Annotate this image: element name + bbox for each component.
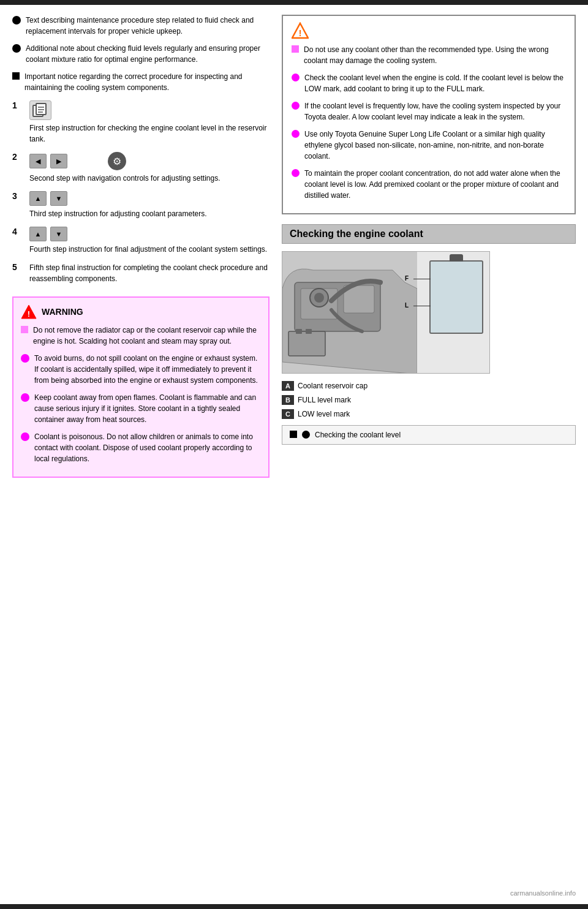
caution-section-3: If the coolant level is frequently low, … [292, 100, 566, 123]
engine-drawing-svg [282, 252, 417, 374]
warning-section-1: Do not remove the radiator cap or the co… [21, 325, 261, 347]
warning-text-1: Do not remove the radiator cap or the co… [33, 325, 261, 347]
f-level-line [413, 279, 431, 279]
up-arrow-btn-4[interactable]: ▲ [29, 227, 47, 241]
svg-rect-1 [36, 104, 46, 115]
coolant-diagram-box: F L A B C [282, 251, 490, 374]
num-label-2: 2 [12, 152, 24, 162]
bullet-circle-2 [12, 44, 21, 53]
left-arrow-btn[interactable]: ◀ [29, 154, 47, 168]
top-bar [0, 0, 588, 5]
caution-header: ! [292, 22, 566, 39]
caution-text-1: Do not use any coolant other than the re… [304, 44, 566, 66]
warning-section-4: Coolant is poisonous. Do not allow child… [21, 431, 261, 464]
caution-section-5: To maintain the proper coolant concentra… [292, 168, 566, 201]
caution-box: ! Do not use any coolant other than the … [282, 15, 576, 214]
bottom-note-bar: Checking the coolant level [282, 425, 576, 445]
caution-pink-circle-5 [292, 169, 300, 177]
svg-text:!: ! [299, 28, 302, 38]
numbered-item-5: 5 Fifth step final instruction for compl… [12, 262, 270, 284]
diagram-key-b: B [282, 395, 294, 405]
numbered-text-4: Fourth step instruction for final adjust… [29, 245, 267, 254]
right-arrow-btn[interactable]: ▶ [50, 154, 67, 168]
bottom-note-square [290, 431, 297, 438]
caution-triangle-icon: ! [292, 22, 309, 39]
warning-text-3: Keep coolant away from open flames. Cool… [34, 392, 261, 425]
caution-section-2: Check the coolant level when the engine … [292, 72, 566, 94]
svg-rect-12 [288, 331, 325, 356]
caution-text-5: To maintain the proper coolant concentra… [304, 168, 566, 201]
num-label-4: 4 [12, 227, 24, 236]
caution-pink-circle-3 [292, 102, 300, 110]
warning-pink-circle-2 [21, 354, 29, 363]
numbered-text-1: First step instruction for checking the … [29, 124, 267, 143]
svg-point-11 [314, 293, 324, 303]
down-arrow-btn-3[interactable]: ▼ [50, 191, 67, 206]
numbered-text-3: Third step instruction for adjusting coo… [29, 209, 206, 218]
bullet-circle-1 [12, 16, 21, 25]
bullet-text-3: Important notice regarding the correct p… [24, 71, 270, 93]
num-label-5: 5 [12, 262, 24, 272]
right-column: ! Do not use any coolant other than the … [282, 15, 576, 478]
warning-triangle-icon: ! [21, 304, 37, 320]
caution-section-1: Do not use any coolant other than the re… [292, 44, 566, 66]
warning-pink-square-1 [21, 326, 28, 333]
reservoir-cap [450, 254, 463, 262]
warning-pink-circle-4 [21, 432, 29, 441]
down-arrow-icon-4: ▼ [56, 230, 62, 238]
left-arrow-icon: ◀ [36, 157, 40, 165]
up-arrow-icon-3: ▲ [35, 195, 42, 202]
num-label-1: 1 [12, 100, 24, 110]
down-arrow-btn-4[interactable]: ▼ [50, 227, 67, 241]
section-heading-text: Checking the engine coolant [290, 228, 423, 239]
bullet-text-2: Additional note about checking fluid lev… [26, 43, 270, 65]
bullet-square-3 [12, 72, 20, 80]
numbered-item-2: 2 ◀ ▶ ⚙ Second step with navigation cont… [12, 152, 270, 184]
diagram-key-a: A [282, 381, 294, 391]
caution-text-3: If the coolant level is frequently low, … [304, 100, 566, 123]
f-label: F [405, 275, 409, 282]
bullet-text-1: Text describing maintenance procedure st… [26, 15, 270, 37]
up-arrow-btn-3[interactable]: ▲ [29, 191, 47, 206]
warning-section-2: To avoid burns, do not spill coolant on … [21, 353, 261, 386]
up-arrow-icon-4: ▲ [35, 230, 42, 238]
diagram-label-b: B FULL level mark [282, 395, 576, 405]
caution-pink-circle-2 [292, 74, 300, 81]
watermark: carmanualsonline.info [510, 889, 576, 897]
caution-pink-square-1 [292, 45, 299, 53]
bottom-note-circle [302, 431, 310, 439]
warning-header: ! WARNING [21, 304, 261, 320]
numbered-item-3: 3 ▲ ▼ Third step instruction for adjusti… [12, 191, 270, 219]
svg-rect-14 [306, 329, 312, 334]
gear-btn[interactable]: ⚙ [108, 152, 126, 170]
svg-rect-13 [296, 329, 302, 334]
bullet-item-1: Text describing maintenance procedure st… [12, 15, 270, 37]
warning-text-2: To avoid burns, do not spill coolant on … [34, 353, 261, 386]
left-column: Text describing maintenance procedure st… [12, 15, 270, 478]
caution-text-4: Use only Toyota Genuine Super Long Life … [304, 129, 566, 162]
reservoir-diagram: F L A B C [429, 252, 483, 334]
warning-text-4: Coolant is poisonous. Do not allow child… [34, 431, 261, 464]
bottom-bar [0, 904, 588, 909]
numbered-text-5: Fifth step final instruction for complet… [29, 262, 270, 284]
section-heading-bar: Checking the engine coolant [282, 224, 576, 244]
right-arrow-icon: ▶ [56, 157, 61, 165]
warning-section-3: Keep coolant away from open flames. Cool… [21, 392, 261, 425]
caution-text-2: Check the coolant level when the engine … [304, 72, 566, 94]
warning-pink-circle-3 [21, 393, 29, 402]
bullet-item-3: Important notice regarding the correct p… [12, 71, 270, 93]
reservoir-tank: F L A B C [429, 260, 483, 334]
svg-text:!: ! [28, 309, 30, 319]
l-level-line [413, 306, 431, 306]
caution-section-4: Use only Toyota Genuine Super Long Life … [292, 129, 566, 162]
gear-icon: ⚙ [113, 156, 121, 167]
warning-title: WARNING [42, 307, 83, 317]
warning-box: ! WARNING Do not remove the radiator cap… [12, 296, 270, 478]
numbered-text-2: Second step with navigation controls for… [29, 174, 221, 183]
down-arrow-icon-3: ▼ [56, 195, 62, 202]
diagram-text-b: FULL level mark [298, 395, 351, 405]
bullet-item-2: Additional note about checking fluid lev… [12, 43, 270, 65]
copy-icon-box[interactable] [29, 100, 51, 120]
numbered-item-1: 1 First step instruction for checking th… [12, 100, 270, 145]
diagram-key-c: C [282, 409, 294, 419]
